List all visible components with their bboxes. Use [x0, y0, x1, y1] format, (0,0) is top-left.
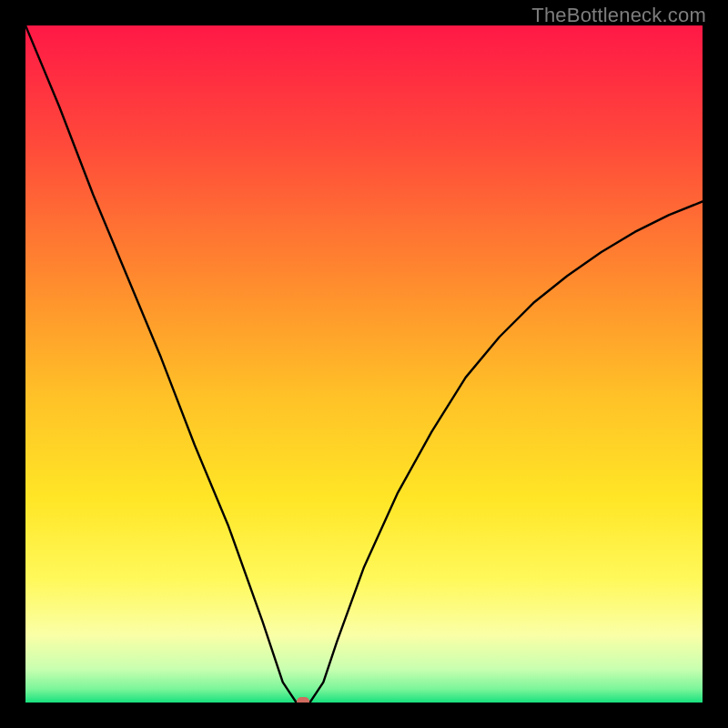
gradient-background [25, 25, 703, 703]
chart-svg [25, 25, 703, 703]
plot-area [25, 25, 703, 703]
chart-frame: TheBottleneck.com [0, 0, 728, 728]
watermark-text: TheBottleneck.com [531, 4, 706, 27]
